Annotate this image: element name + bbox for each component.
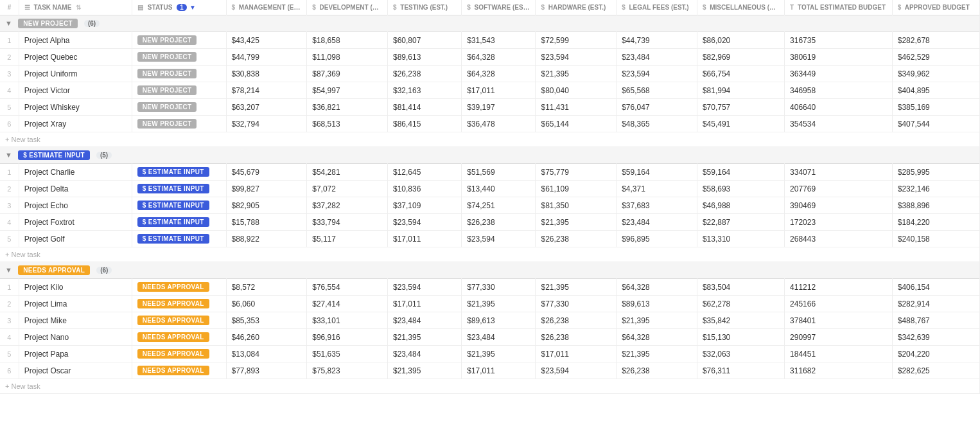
table-row[interactable]: 5 Project Papa NEEDS APPROVAL $13,084 $5… bbox=[0, 346, 980, 362]
row-task-name[interactable]: Project Alpha bbox=[19, 32, 132, 49]
col-header-total: T TOTAL ESTIMATED BUDGET bbox=[785, 0, 893, 15]
table-row[interactable]: 1 Project Charlie $ ESTIMATE INPUT $45,6… bbox=[0, 164, 980, 181]
group-header-cell[interactable]: ▼ NEW PROJECT (6) bbox=[0, 15, 980, 32]
row-status[interactable]: $ ESTIMATE INPUT bbox=[132, 164, 226, 181]
row-task-name[interactable]: Project Papa bbox=[19, 346, 132, 362]
col-header-test: $ TESTING (EST.) bbox=[387, 0, 461, 15]
table-row[interactable]: 2 Project Lima NEEDS APPROVAL $6,060 $27… bbox=[0, 296, 980, 312]
row-status[interactable]: $ ESTIMATE INPUT bbox=[132, 181, 226, 197]
table-row[interactable]: 5 Project Whiskey NEW PROJECT $63,207 $3… bbox=[0, 99, 980, 116]
group-header-needs-approval[interactable]: ▼ NEEDS APPROVAL (6) bbox=[0, 262, 980, 279]
table-row[interactable]: 6 Project Xray NEW PROJECT $32,794 $68,5… bbox=[0, 116, 980, 132]
table-row[interactable]: 4 Project Victor NEW PROJECT $78,214 $54… bbox=[0, 82, 980, 99]
row-approved: $462,529 bbox=[892, 49, 979, 66]
new-task-row-needs-approval[interactable]: + New task bbox=[0, 379, 980, 394]
row-task-name[interactable]: Project Kilo bbox=[19, 279, 132, 296]
row-task-name[interactable]: Project Mike bbox=[19, 312, 132, 329]
row-status[interactable]: NEEDS APPROVAL bbox=[132, 279, 226, 296]
row-task-name[interactable]: Project Oscar bbox=[19, 362, 132, 379]
row-soft: $77,330 bbox=[462, 279, 536, 296]
row-mgmt: $45,679 bbox=[226, 164, 307, 181]
row-num: 1 bbox=[0, 279, 19, 296]
row-status[interactable]: NEW PROJECT bbox=[132, 49, 226, 66]
row-task-name[interactable]: Project Lima bbox=[19, 296, 132, 312]
col-header-task[interactable]: ☰ TASK NAME ⇅ bbox=[19, 0, 132, 15]
row-task-name[interactable]: Project Echo bbox=[19, 197, 132, 214]
group-header-cell[interactable]: ▼ $ ESTIMATE INPUT (5) bbox=[0, 147, 980, 164]
row-status[interactable]: $ ESTIMATE INPUT bbox=[132, 231, 226, 247]
row-total: 363449 bbox=[785, 66, 893, 82]
total-icon: T bbox=[790, 4, 794, 11]
group-header-estimate-input[interactable]: ▼ $ ESTIMATE INPUT (5) bbox=[0, 147, 980, 164]
row-task-name[interactable]: Project Whiskey bbox=[19, 99, 132, 116]
group-toggle-needs-approval[interactable]: ▼ bbox=[5, 266, 12, 274]
row-status[interactable]: NEEDS APPROVAL bbox=[132, 329, 226, 346]
row-status[interactable]: NEEDS APPROVAL bbox=[132, 296, 226, 312]
new-task-row-estimate-input[interactable]: + New task bbox=[0, 247, 980, 262]
group-toggle-estimate-input[interactable]: ▼ bbox=[5, 151, 12, 159]
table-row[interactable]: 4 Project Foxtrot $ ESTIMATE INPUT $15,7… bbox=[0, 214, 980, 231]
row-status[interactable]: NEW PROJECT bbox=[132, 116, 226, 132]
row-task-name[interactable]: Project Charlie bbox=[19, 164, 132, 181]
row-status[interactable]: NEW PROJECT bbox=[132, 66, 226, 82]
row-task-name[interactable]: Project Uniform bbox=[19, 66, 132, 82]
row-task-name[interactable]: Project Quebec bbox=[19, 49, 132, 66]
row-status[interactable]: NEW PROJECT bbox=[132, 82, 226, 99]
table-row[interactable]: 3 Project Echo $ ESTIMATE INPUT $82,905 … bbox=[0, 197, 980, 214]
row-test: $26,238 bbox=[387, 66, 461, 82]
row-approved: $388,896 bbox=[892, 197, 979, 214]
table-row[interactable]: 4 Project Nano NEEDS APPROVAL $46,260 $9… bbox=[0, 329, 980, 346]
row-task-name[interactable]: Project Delta bbox=[19, 181, 132, 197]
table-row[interactable]: 5 Project Golf $ ESTIMATE INPUT $88,922 … bbox=[0, 231, 980, 247]
new-task-cell[interactable]: + New task bbox=[0, 132, 980, 147]
row-total: 207769 bbox=[785, 181, 893, 197]
row-task-name[interactable]: Project Xray bbox=[19, 116, 132, 132]
row-status[interactable]: NEW PROJECT bbox=[132, 32, 226, 49]
row-status[interactable]: NEEDS APPROVAL bbox=[132, 312, 226, 329]
status-filter-badge[interactable]: 1 bbox=[177, 4, 187, 11]
row-task-name[interactable]: Project Foxtrot bbox=[19, 214, 132, 231]
row-num: 2 bbox=[0, 181, 19, 197]
table-row[interactable]: 6 Project Oscar NEEDS APPROVAL $77,893 $… bbox=[0, 362, 980, 379]
group-count-new-project: (6) bbox=[84, 20, 100, 27]
row-status[interactable]: NEEDS APPROVAL bbox=[132, 362, 226, 379]
status-icon: ▤ bbox=[137, 4, 143, 11]
row-task-name[interactable]: Project Golf bbox=[19, 231, 132, 247]
row-legal: $37,683 bbox=[617, 197, 697, 214]
row-task-name[interactable]: Project Victor bbox=[19, 82, 132, 99]
row-num: 6 bbox=[0, 362, 19, 379]
row-task-name[interactable]: Project Nano bbox=[19, 329, 132, 346]
table-row[interactable]: 1 Project Kilo NEEDS APPROVAL $8,572 $76… bbox=[0, 279, 980, 296]
row-status[interactable]: $ ESTIMATE INPUT bbox=[132, 214, 226, 231]
table-row[interactable]: 2 Project Delta $ ESTIMATE INPUT $99,827… bbox=[0, 181, 980, 197]
row-soft: $31,543 bbox=[462, 32, 536, 49]
row-status[interactable]: NEW PROJECT bbox=[132, 99, 226, 116]
row-hard: $72,599 bbox=[536, 32, 617, 49]
row-misc: $86,020 bbox=[697, 32, 784, 49]
group-header-cell[interactable]: ▼ NEEDS APPROVAL (6) bbox=[0, 262, 980, 279]
row-legal: $64,328 bbox=[617, 279, 697, 296]
row-status[interactable]: $ ESTIMATE INPUT bbox=[132, 197, 226, 214]
new-task-row-new-project[interactable]: + New task bbox=[0, 132, 980, 147]
row-hard: $23,594 bbox=[536, 49, 617, 66]
row-mgmt: $82,905 bbox=[226, 197, 307, 214]
row-mgmt: $13,084 bbox=[226, 346, 307, 362]
group-toggle-new-project[interactable]: ▼ bbox=[5, 19, 12, 27]
table-row[interactable]: 3 Project Mike NEEDS APPROVAL $85,353 $3… bbox=[0, 312, 980, 329]
row-status[interactable]: NEEDS APPROVAL bbox=[132, 346, 226, 362]
table-row[interactable]: 2 Project Quebec NEW PROJECT $44,799 $11… bbox=[0, 49, 980, 66]
new-task-cell[interactable]: + New task bbox=[0, 247, 980, 262]
table-row[interactable]: 3 Project Uniform NEW PROJECT $30,838 $8… bbox=[0, 66, 980, 82]
status-badge: NEEDS APPROVAL bbox=[137, 332, 209, 342]
col-header-status[interactable]: ▤ STATUS 1 ▼ bbox=[132, 0, 226, 15]
row-mgmt: $15,788 bbox=[226, 214, 307, 231]
row-test: $37,109 bbox=[387, 197, 461, 214]
row-legal: $64,328 bbox=[617, 329, 697, 346]
row-test: $86,415 bbox=[387, 116, 461, 132]
new-task-cell[interactable]: + New task bbox=[0, 379, 980, 394]
table-row[interactable]: 1 Project Alpha NEW PROJECT $43,425 $18,… bbox=[0, 32, 980, 49]
row-test: $10,836 bbox=[387, 181, 461, 197]
row-total: 311682 bbox=[785, 362, 893, 379]
row-test: $12,645 bbox=[387, 164, 461, 181]
group-header-new-project[interactable]: ▼ NEW PROJECT (6) bbox=[0, 15, 980, 32]
